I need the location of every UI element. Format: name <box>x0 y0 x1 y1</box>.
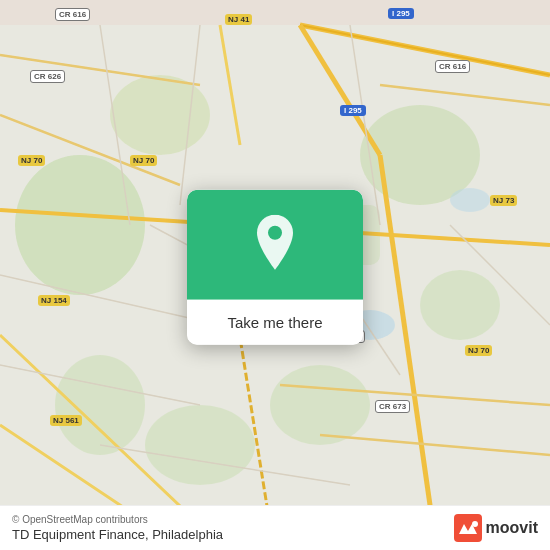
svg-rect-35 <box>454 514 482 542</box>
svg-point-10 <box>450 188 490 212</box>
moovit-icon <box>454 514 482 542</box>
map-container: CR 616 NJ 41 I 295 CR 626 CR 616 NJ 70 N… <box>0 0 550 550</box>
road-label-nj70-left: NJ 70 <box>18 155 45 166</box>
svg-point-2 <box>110 75 210 155</box>
road-label-cr616-top: CR 616 <box>55 8 90 21</box>
card-header <box>187 190 363 300</box>
road-label-nj70-mid: NJ 70 <box>130 155 157 166</box>
road-label-cr616-right: CR 616 <box>435 60 470 73</box>
copyright-text: © OpenStreetMap contributors <box>12 514 223 525</box>
location-title: TD Equipment Finance, Philadelphia <box>12 527 223 542</box>
road-label-cr673-bottom: CR 673 <box>375 400 410 413</box>
svg-point-4 <box>420 270 500 340</box>
road-label-nj561: NJ 561 <box>50 415 82 426</box>
road-label-nj41: NJ 41 <box>225 14 252 25</box>
location-card: Take me there <box>187 190 363 345</box>
svg-point-5 <box>270 365 370 445</box>
road-label-nj70-right: NJ 70 <box>465 345 492 356</box>
location-pin-icon <box>250 215 300 275</box>
road-label-i295-mid: I 295 <box>340 105 366 116</box>
take-me-there-button[interactable]: Take me there <box>187 300 363 345</box>
svg-point-1 <box>15 155 145 295</box>
svg-point-34 <box>268 226 282 240</box>
road-label-nj73: NJ 73 <box>490 195 517 206</box>
road-label-cr626: CR 626 <box>30 70 65 83</box>
bottom-bar: © OpenStreetMap contributors TD Equipmen… <box>0 505 550 550</box>
road-label-i295-top: I 295 <box>388 8 414 19</box>
moovit-logo: moovit <box>454 514 538 542</box>
moovit-text: moovit <box>486 519 538 537</box>
svg-point-6 <box>145 405 255 485</box>
road-label-nj154: NJ 154 <box>38 295 70 306</box>
svg-point-7 <box>55 355 145 455</box>
svg-point-36 <box>472 521 478 527</box>
bottom-info: © OpenStreetMap contributors TD Equipmen… <box>12 514 223 542</box>
